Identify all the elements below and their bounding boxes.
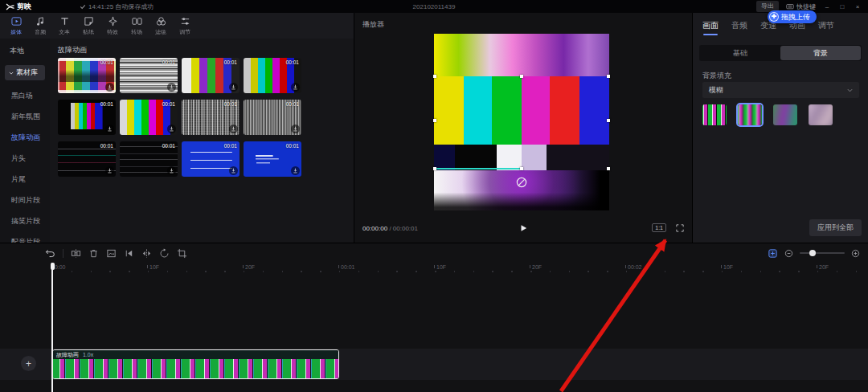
- freeze-frame-icon[interactable]: [106, 248, 117, 259]
- library-thumbnail[interactable]: 00:01: [182, 141, 240, 177]
- split-icon[interactable]: [71, 248, 81, 259]
- sidebar-item-category[interactable]: 黑白场: [0, 85, 50, 106]
- download-icon[interactable]: [167, 166, 176, 175]
- download-icon[interactable]: [229, 166, 238, 175]
- library-thumbnail[interactable]: 00:01: [244, 58, 301, 93]
- sidebar-item-category[interactable]: 新年氛围: [0, 106, 50, 127]
- no-signal-icon: [515, 176, 528, 189]
- media-tab-bar: 媒体 音频 文本 贴纸 特效 转场 滤镜 调节: [0, 13, 354, 39]
- download-icon[interactable]: [167, 83, 176, 92]
- thumbnail-duration: 00:01: [162, 101, 175, 107]
- ruler-label: 10F: [434, 264, 446, 270]
- library-thumbnail[interactable]: 00:01: [120, 58, 178, 93]
- library-thumbnail[interactable]: 00:01: [58, 141, 116, 177]
- clip-name: 故障动画: [56, 351, 79, 359]
- download-icon[interactable]: [291, 83, 300, 92]
- download-icon[interactable]: [105, 125, 114, 133]
- tab-text[interactable]: 文本: [52, 16, 76, 39]
- transform-handle[interactable]: [607, 119, 610, 122]
- download-icon[interactable]: [105, 83, 114, 92]
- maximize-button[interactable]: □: [838, 3, 846, 10]
- library-thumbnail[interactable]: 00:01: [120, 100, 178, 135]
- tab-effects[interactable]: 特效: [100, 16, 125, 39]
- download-icon[interactable]: [167, 125, 176, 133]
- library-thumbnail[interactable]: 00:01: [120, 141, 178, 177]
- delete-icon[interactable]: [88, 248, 99, 259]
- library-thumbnail[interactable]: 00:01: [182, 100, 240, 135]
- subtab-basic[interactable]: 基础: [700, 46, 780, 60]
- library-thumbnail[interactable]: 00:01: [244, 100, 301, 135]
- chevron-down-icon: [847, 88, 853, 93]
- blur-preset-3[interactable]: [773, 104, 797, 125]
- playhead[interactable]: [51, 263, 53, 392]
- timeline-ruler[interactable]: 00:00 10F 20F 00:01 10F 20F 00:02 10F 20…: [0, 263, 868, 273]
- download-icon[interactable]: [291, 125, 300, 133]
- library-thumbnail[interactable]: 00:01: [182, 58, 240, 93]
- tab-sticker[interactable]: 贴纸: [76, 16, 100, 39]
- sidebar-item-category[interactable]: 搞笑片段: [0, 210, 50, 231]
- tab-picture[interactable]: 画面: [702, 20, 719, 31]
- transform-handle[interactable]: [520, 75, 523, 78]
- mirror-icon[interactable]: [141, 248, 152, 259]
- download-icon[interactable]: [291, 166, 300, 175]
- close-button[interactable]: ×: [854, 3, 862, 10]
- library-thumbnail[interactable]: 00:01: [244, 141, 301, 177]
- library-thumbnail[interactable]: 00:01: [58, 100, 116, 135]
- timeline-clip[interactable]: 故障动画 1.0x: [52, 349, 339, 379]
- ruler-label: 20F: [817, 264, 829, 270]
- transform-handle[interactable]: [433, 119, 436, 122]
- minimize-button[interactable]: –: [823, 3, 831, 10]
- reverse-icon[interactable]: [124, 248, 134, 259]
- sidebar-item-library[interactable]: 素材库: [5, 65, 45, 80]
- library-thumbnail[interactable]: 00:01: [58, 58, 116, 93]
- video-preview[interactable]: [434, 34, 609, 210]
- subtab-background[interactable]: 背景: [780, 46, 861, 60]
- transform-handle[interactable]: [607, 167, 610, 170]
- background-fill-label: 背景填充: [702, 71, 731, 81]
- fill-mode-dropdown[interactable]: 模糊: [702, 82, 859, 98]
- tab-transition[interactable]: 转场: [125, 16, 149, 39]
- snap-toggle-icon[interactable]: [768, 248, 778, 259]
- ruler-label: 20F: [530, 264, 542, 270]
- add-media-button[interactable]: +: [21, 356, 36, 371]
- play-button[interactable]: [519, 224, 527, 232]
- timeline-zoom-slider[interactable]: [800, 252, 845, 254]
- tab-adjust[interactable]: 调节: [173, 16, 197, 39]
- shortcut-button[interactable]: 快捷键: [786, 2, 816, 11]
- zoom-out-icon[interactable]: [784, 249, 793, 258]
- apply-to-all-button[interactable]: 应用到全部: [809, 219, 862, 236]
- rotate-icon[interactable]: [159, 248, 170, 259]
- playback-time: 00:00:00 / 00:00:01: [362, 225, 418, 232]
- capcut-logo-icon: [6, 2, 14, 11]
- tab-audio-settings[interactable]: 音频: [731, 20, 747, 31]
- sidebar-item-category-active[interactable]: 故障动画: [0, 127, 50, 148]
- blur-preset-1[interactable]: [702, 104, 727, 125]
- download-icon[interactable]: [105, 166, 114, 175]
- download-icon[interactable]: [229, 83, 238, 92]
- zoom-slider-knob[interactable]: [809, 250, 816, 256]
- undo-icon[interactable]: [45, 248, 55, 259]
- crop-icon[interactable]: [177, 248, 187, 259]
- transform-handle[interactable]: [520, 167, 523, 170]
- sidebar-item-category[interactable]: 片头: [0, 148, 50, 169]
- transform-handle[interactable]: [433, 75, 436, 78]
- transition-icon: [132, 16, 142, 27]
- sidebar-item-category[interactable]: 片尾: [0, 169, 50, 190]
- aspect-ratio-button[interactable]: 1:1: [652, 223, 666, 232]
- zoom-in-icon[interactable]: [851, 249, 860, 258]
- inspector-panel: 画面 音频 变速 动画 调节 基础 背景 背景填充 模糊 应用到全部: [692, 13, 868, 243]
- transform-handle[interactable]: [607, 75, 610, 78]
- sidebar-item-category[interactable]: 时间片段: [0, 190, 50, 210]
- tab-media[interactable]: 媒体: [4, 16, 28, 39]
- tab-audio[interactable]: 音频: [28, 16, 52, 39]
- sidebar-item-local[interactable]: 本地: [6, 43, 43, 59]
- download-icon[interactable]: [229, 125, 238, 133]
- blur-preset-2-selected[interactable]: [738, 104, 762, 125]
- fullscreen-icon[interactable]: [676, 224, 684, 232]
- transform-handle[interactable]: [433, 167, 436, 170]
- blur-preset-4[interactable]: [809, 104, 833, 125]
- tab-adjustment[interactable]: 调节: [818, 20, 834, 31]
- tab-filter[interactable]: 滤镜: [149, 16, 173, 39]
- drag-upload-hint[interactable]: ✚ 拖拽上传: [768, 10, 817, 23]
- ruler-label: 20F: [243, 264, 255, 270]
